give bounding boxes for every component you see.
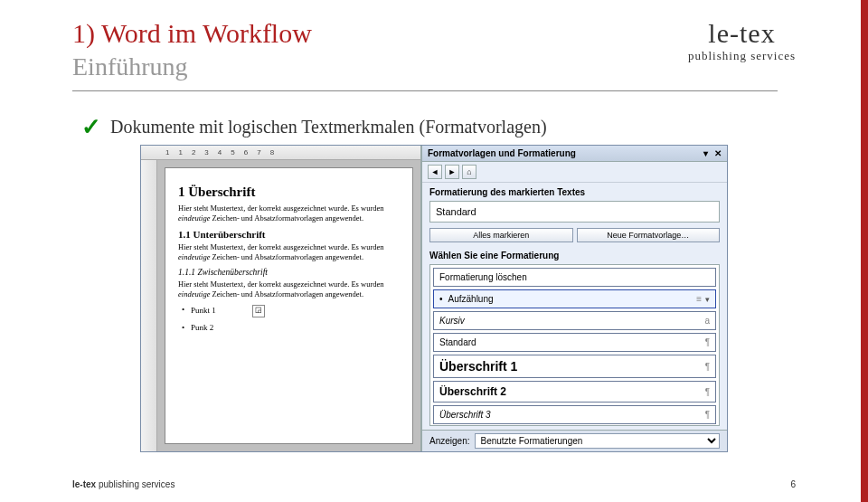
title-underline	[72, 90, 778, 91]
bullet-text: Dokumente mit logischen Textmerkmalen (F…	[110, 117, 547, 137]
style-item-standard[interactable]: Standard ¶	[433, 333, 716, 352]
char-mark-icon: a	[704, 316, 710, 326]
image-placeholder-icon[interactable]: ◲	[252, 305, 265, 317]
pilcrow-icon: ¶	[705, 337, 710, 347]
task-pane-title: Formatvorlagen und Formatierung	[428, 148, 576, 158]
page[interactable]: 1 Überschrift Hier steht Mustertext, der…	[165, 167, 413, 444]
forward-icon[interactable]: ►	[445, 165, 459, 179]
page-number: 6	[790, 479, 796, 489]
horizontal-ruler[interactable]: 1 1 2 3 4 5 6 7 8	[141, 146, 420, 160]
logo: le-tex publishing services	[688, 18, 796, 63]
chevron-down-icon[interactable]: ▾	[705, 295, 710, 304]
bullet-row: ✓ Dokumente mit logischen Textmerkmalen …	[81, 113, 547, 141]
ruler-tick: 4	[218, 148, 222, 156]
style-list[interactable]: Formatierung löschen • Aufzählung ≡ ▾ Ku…	[429, 264, 720, 426]
section-pick-label: Wählen Sie eine Formatierung	[422, 246, 727, 262]
ruler-tick: 8	[270, 148, 274, 156]
ruler-tick: 7	[257, 148, 260, 156]
style-item-ueberschrift-2[interactable]: Überschrift 2 ¶	[433, 381, 716, 403]
select-all-button[interactable]: Alles markieren	[429, 228, 573, 242]
style-item-clear[interactable]: Formatierung löschen	[433, 268, 716, 287]
slide-footer: le-tex publishing services	[72, 479, 175, 489]
doc-bullet-2[interactable]: Punk 2	[191, 323, 400, 332]
doc-para-1[interactable]: Hier steht Mustertext, der korrekt ausge…	[178, 204, 400, 223]
style-item-ueberschrift-3[interactable]: Überschrift 3 ¶	[433, 405, 716, 424]
task-pane-footer: Anzeigen: Benutzte Formatierungen	[422, 430, 727, 451]
show-select[interactable]: Benutzte Formatierungen	[475, 433, 720, 449]
footer-brand: le-tex	[72, 479, 96, 489]
document-pane: 1 1 2 3 4 5 6 7 8 1 Überschrift Hier ste…	[141, 146, 421, 451]
new-style-button[interactable]: Neue Formatvorlage…	[577, 228, 721, 242]
task-pane-toolbar: ◄ ► ⌂	[422, 162, 727, 183]
ruler-tick: 2	[192, 148, 195, 156]
list-mark-icon: ≡	[696, 294, 702, 304]
style-item-aufzaehlung[interactable]: • Aufzählung ≡ ▾	[433, 289, 716, 308]
show-label: Anzeigen:	[429, 436, 469, 446]
doc-para-3[interactable]: Hier steht Mustertext, der korrekt ausge…	[178, 279, 400, 299]
dropdown-icon[interactable]: ▾	[703, 148, 708, 158]
doc-bullet-1[interactable]: Punkt 1◲	[191, 305, 400, 317]
doc-heading-1[interactable]: 1 Überschrift	[178, 185, 400, 200]
home-icon[interactable]: ⌂	[462, 165, 476, 179]
pilcrow-icon: ¶	[705, 387, 710, 397]
logo-sub: publishing services	[688, 49, 796, 63]
slide-title: 1) Word im Workflow	[72, 18, 778, 49]
current-style-box[interactable]: Standard	[429, 201, 720, 223]
ruler-tick: 5	[231, 148, 234, 156]
logo-main: le-tex	[688, 18, 796, 49]
ruler-tick: 3	[204, 148, 208, 156]
styles-task-pane: Formatvorlagen und Formatierung ▾ ✕ ◄ ► …	[421, 146, 727, 451]
word-screenshot: 1 1 2 3 4 5 6 7 8 1 Überschrift Hier ste…	[140, 145, 728, 452]
doc-para-2[interactable]: Hier steht Mustertext, der korrekt ausge…	[178, 242, 400, 262]
ruler-tick: 1	[165, 148, 169, 156]
ruler-tick: 6	[244, 148, 248, 156]
slide-subtitle: Einführung	[72, 52, 778, 81]
style-item-ueberschrift-1[interactable]: Überschrift 1 ¶	[433, 355, 716, 378]
vertical-ruler[interactable]	[141, 160, 157, 451]
doc-heading-2[interactable]: 1.1 Unterüberschrift	[178, 229, 400, 240]
page-wrap: 1 Überschrift Hier steht Mustertext, der…	[157, 160, 420, 451]
check-icon: ✓	[81, 113, 101, 141]
footer-rest: publishing services	[96, 479, 175, 489]
style-item-kursiv[interactable]: Kursiv a	[433, 311, 716, 330]
back-icon[interactable]: ◄	[428, 165, 442, 179]
doc-body: 1 Überschrift Hier steht Mustertext, der…	[141, 160, 420, 451]
close-icon[interactable]: ✕	[714, 148, 722, 158]
bullet-icon: •	[439, 294, 443, 304]
slide-header: 1) Word im Workflow Einführung	[72, 18, 778, 91]
accent-bar	[861, 0, 868, 502]
pilcrow-icon: ¶	[705, 362, 710, 372]
section-current-label: Formatierung des markierten Textes	[422, 183, 727, 199]
doc-heading-3[interactable]: 1.1.1 Zwischenüberschrift	[178, 268, 400, 277]
task-pane-header: Formatvorlagen und Formatierung ▾ ✕	[422, 146, 727, 162]
ruler-tick: 1	[178, 148, 182, 156]
pilcrow-icon: ¶	[705, 410, 710, 420]
